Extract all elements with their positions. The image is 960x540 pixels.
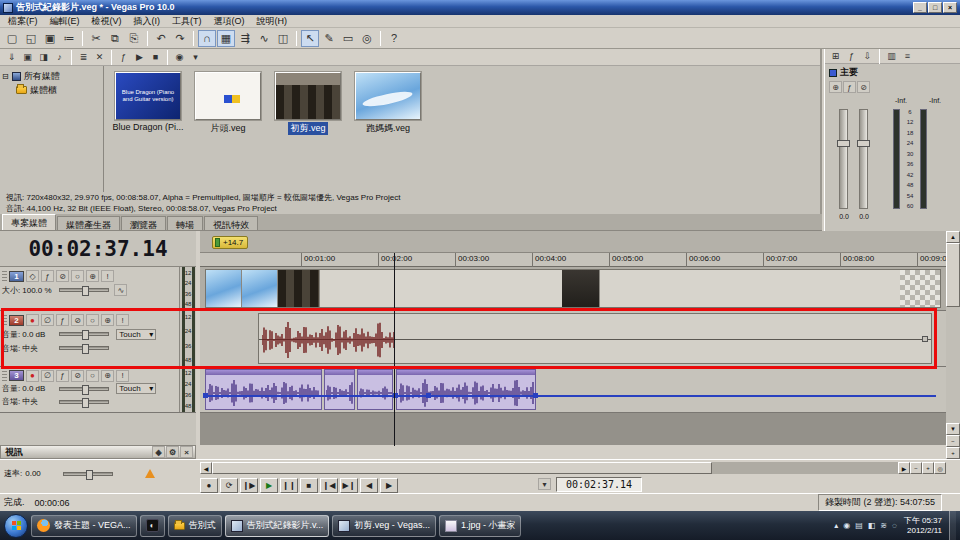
- envelope-edit-tool-icon[interactable]: ✎: [320, 30, 338, 47]
- media-fx-icon[interactable]: ƒ: [116, 50, 131, 64]
- media-thumbnail[interactable]: [275, 72, 341, 120]
- time-ruler[interactable]: 00:01:00 00:02:00 00:03:00 00:04:00 00:0…: [200, 253, 946, 267]
- pan-value[interactable]: 中央: [22, 396, 54, 407]
- warning-icon[interactable]: !: [116, 370, 129, 382]
- track-2-lane[interactable]: [200, 311, 946, 367]
- zoom-in-button[interactable]: +: [922, 462, 934, 474]
- taskbar-button-folder[interactable]: 告別式: [168, 515, 222, 537]
- dock-pin-icon[interactable]: ◈: [152, 446, 165, 458]
- mute-icon[interactable]: ⊘: [71, 314, 84, 326]
- volume-slider[interactable]: [59, 387, 109, 391]
- capture-video-icon[interactable]: ▣: [20, 50, 35, 64]
- extract-audio-icon[interactable]: ♪: [52, 50, 67, 64]
- downmix-icon[interactable]: ⇩: [860, 49, 875, 63]
- pause-button[interactable]: ❙❙: [280, 478, 298, 493]
- mixer-options-icon[interactable]: ≡: [900, 49, 915, 63]
- open-project-icon[interactable]: ◱: [22, 30, 40, 47]
- audio-event[interactable]: [357, 369, 393, 410]
- taskbar-button-browser[interactable]: 發表主題 - VEGA...: [31, 515, 137, 537]
- vertical-zoom-out-button[interactable]: −: [946, 435, 960, 447]
- timeline-marker[interactable]: +14.7: [212, 236, 248, 249]
- timeline-empty[interactable]: [200, 413, 946, 445]
- audio-event[interactable]: [324, 369, 355, 410]
- show-desktop-button[interactable]: [949, 511, 956, 540]
- envelope-node[interactable]: [533, 393, 538, 398]
- play-from-start-button[interactable]: ❙▶: [240, 478, 258, 493]
- track-drag-handle[interactable]: [2, 371, 7, 381]
- record-button[interactable]: ●: [200, 478, 218, 493]
- phase-icon[interactable]: ∅: [41, 370, 54, 382]
- taskbar-button-paint[interactable]: 1.jpg - 小畫家: [439, 515, 522, 537]
- bus-fx-icon[interactable]: ƒ: [843, 81, 856, 93]
- ignore-grouping-icon[interactable]: ◫: [274, 30, 292, 47]
- pan-slider[interactable]: [59, 400, 109, 404]
- views-icon[interactable]: ▾: [188, 50, 203, 64]
- solo-icon[interactable]: ○: [86, 370, 99, 382]
- scroll-down-button[interactable]: ▼: [946, 423, 960, 435]
- scroll-left-button[interactable]: ◀: [200, 462, 212, 474]
- tray-icon[interactable]: ◧: [868, 521, 876, 530]
- menu-view[interactable]: 檢視(V): [86, 15, 128, 28]
- help-icon[interactable]: ?: [385, 30, 403, 47]
- tab-transitions[interactable]: 轉場: [167, 216, 203, 230]
- auto-preview-icon[interactable]: ◉: [172, 50, 187, 64]
- fader-handle[interactable]: [857, 140, 870, 147]
- gear-icon[interactable]: ⚙: [166, 446, 179, 458]
- volume-value[interactable]: 0.0 dB: [22, 384, 54, 393]
- master-fader-left[interactable]: [839, 109, 848, 209]
- track-1-header[interactable]: 1 ◇ ƒ ⊘ ○ ⊕ ! 大小: 100.0 % ∿ 12243648: [0, 267, 196, 311]
- automation-mode-dropdown[interactable]: Touch▾: [116, 383, 156, 394]
- menu-insert[interactable]: 插入(I): [128, 15, 167, 28]
- vertical-zoom-in-button[interactable]: +: [946, 447, 960, 459]
- normal-edit-tool-icon[interactable]: ↖: [301, 30, 319, 47]
- menu-tools[interactable]: 工具(T): [166, 15, 208, 28]
- tree-item-all-media[interactable]: ⊟ 所有媒體: [2, 69, 101, 83]
- scroll-thumb[interactable]: [212, 462, 712, 474]
- scroll-right-button[interactable]: ▶: [898, 462, 910, 474]
- media-item[interactable]: 片頭.veg: [192, 72, 264, 135]
- tray-icon[interactable]: ▤: [855, 521, 863, 530]
- selection-edit-tool-icon[interactable]: ▭: [339, 30, 357, 47]
- bus-automation-icon[interactable]: ⊕: [829, 81, 842, 93]
- envelope-icon[interactable]: ∿: [114, 284, 127, 296]
- warning-icon[interactable]: !: [116, 314, 129, 326]
- meter-layout-icon[interactable]: ▥: [884, 49, 899, 63]
- warning-icon[interactable]: !: [101, 270, 114, 282]
- play-button[interactable]: ▶: [260, 478, 278, 493]
- stop-button[interactable]: ■: [300, 478, 318, 493]
- size-slider[interactable]: [59, 288, 109, 292]
- preview-stop-icon[interactable]: ■: [148, 50, 163, 64]
- save-project-icon[interactable]: ▣: [41, 30, 59, 47]
- scroll-thumb[interactable]: [946, 243, 960, 307]
- taskbar-button-media-app[interactable]: ◐: [140, 515, 165, 537]
- zoom-out-button[interactable]: −: [910, 462, 922, 474]
- taskbar-button-vegas-current[interactable]: 告別式紀錄影片.v...: [225, 515, 330, 537]
- track-1-number[interactable]: 1: [9, 271, 24, 282]
- video-preview-titlebar[interactable]: 視訊 ◈ ⚙ ×: [0, 445, 196, 459]
- marker-bar[interactable]: +14.7: [200, 231, 946, 253]
- audio-event[interactable]: [258, 313, 932, 364]
- tray-icon[interactable]: ≋: [880, 521, 887, 530]
- track-motion-icon[interactable]: ◇: [26, 270, 39, 282]
- remove-media-icon[interactable]: ✕: [92, 50, 107, 64]
- record-arm-icon[interactable]: ●: [26, 370, 39, 382]
- scroll-up-button[interactable]: ▲: [946, 231, 960, 243]
- fader-handle[interactable]: [837, 140, 850, 147]
- cut-icon[interactable]: ✂: [87, 30, 105, 47]
- start-button[interactable]: [4, 514, 28, 538]
- pan-value[interactable]: 中央: [22, 343, 54, 354]
- track-3-header[interactable]: 3 ● ∅ ƒ ⊘ ○ ⊕ ! 音量: 0.0 dB Touch▾ 音場: 中央: [0, 367, 196, 413]
- taskbar-clock[interactable]: 下午 05:37 2012/2/11: [904, 516, 942, 536]
- undo-icon[interactable]: ↶: [152, 30, 170, 47]
- track-drag-handle[interactable]: [2, 271, 7, 281]
- track-3-number[interactable]: 3: [9, 370, 24, 381]
- media-thumbnail[interactable]: [355, 72, 421, 120]
- minimize-button[interactable]: _: [913, 2, 927, 13]
- bus-mute-icon[interactable]: ⊘: [857, 81, 870, 93]
- event-gain-handle[interactable]: [922, 336, 928, 342]
- track-fx-icon[interactable]: ƒ: [56, 314, 69, 326]
- track-1-lane[interactable]: [200, 267, 946, 311]
- tree-item-media-bin[interactable]: 媒體櫃: [2, 83, 101, 97]
- timecode-options-button[interactable]: ▾: [538, 478, 551, 490]
- media-thumbnail[interactable]: [195, 72, 261, 120]
